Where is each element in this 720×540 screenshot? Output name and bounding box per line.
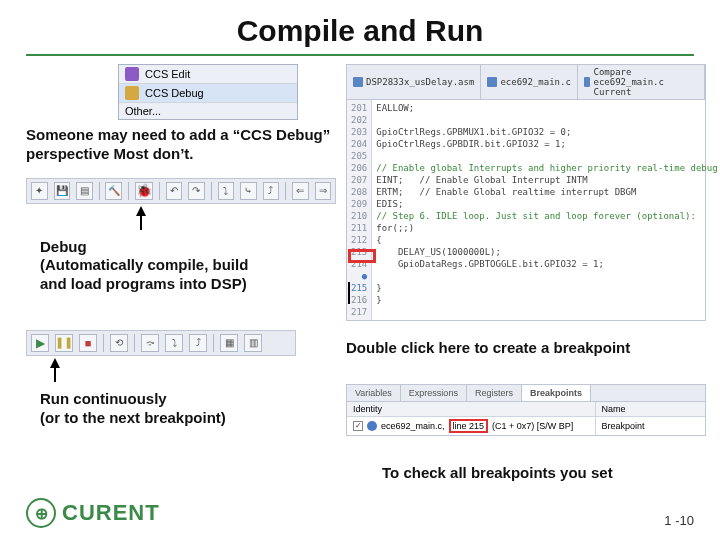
code-editor[interactable]: DSP2833x_usDelay.asm ece692_main.c Compa…: [346, 64, 706, 321]
perspective-label: Other...: [125, 105, 161, 117]
perspective-icon: [125, 86, 139, 100]
arrow-icon: [340, 282, 350, 304]
step-into-icon[interactable]: ⤵: [165, 334, 183, 352]
step-over-icon[interactable]: ⤼: [141, 334, 159, 352]
perspective-menu[interactable]: CCS Edit CCS Debug Other...: [118, 64, 298, 120]
forward-icon[interactable]: ⇒: [315, 182, 332, 200]
title-divider: [26, 54, 694, 56]
perspective-item-other[interactable]: Other...: [119, 103, 297, 119]
tab-label: ece692_main.c: [500, 77, 570, 87]
separator: [159, 182, 160, 200]
col-name: Name: [596, 402, 705, 416]
redo-icon[interactable]: ↷: [188, 182, 205, 200]
right-column: DSP2833x_usDelay.asm ece692_main.c Compa…: [346, 64, 706, 503]
step-out-icon[interactable]: ⤴: [263, 182, 280, 200]
tab-variables[interactable]: Variables: [347, 385, 401, 401]
config-icon[interactable]: ▦: [220, 334, 238, 352]
bp-line-highlight: line 215: [449, 419, 489, 433]
editor-tab[interactable]: ece692_main.c: [481, 65, 577, 99]
perspective-label: CCS Edit: [145, 68, 190, 80]
caption-debug: Debug (Automatically compile, build and …: [40, 238, 336, 294]
debug-icon[interactable]: 🐞: [135, 182, 153, 200]
back-icon[interactable]: ⇐: [292, 182, 309, 200]
tab-label: DSP2833x_usDelay.asm: [366, 77, 474, 87]
breakpoint-icon: [367, 421, 377, 431]
breakpoints-panel: Variables Expressions Registers Breakpoi…: [346, 384, 706, 436]
logo: ⊕ CURENT: [26, 498, 160, 528]
checkbox-icon[interactable]: ✓: [353, 421, 363, 431]
save-all-icon[interactable]: ▤: [76, 182, 93, 200]
pause-icon[interactable]: ❚❚: [55, 334, 73, 352]
logo-badge-icon: ⊕: [26, 498, 56, 528]
left-column: CCS Edit CCS Debug Other... Someone may …: [26, 64, 336, 503]
editor-tabs: DSP2833x_usDelay.asm ece692_main.c Compa…: [347, 65, 705, 100]
note-add-perspective: Someone may need to add a “CCS Debug” pe…: [26, 126, 336, 164]
step-return-icon[interactable]: ⤴: [189, 334, 207, 352]
separator: [99, 182, 100, 200]
page-number: 1 -10: [664, 513, 694, 528]
separator: [134, 334, 135, 352]
line-gutter[interactable]: 2012022032042052062072082092102112122132…: [347, 100, 372, 320]
tab-expressions[interactable]: Expressions: [401, 385, 467, 401]
stop-icon[interactable]: ■: [79, 334, 97, 352]
breakpoint-highlight: [348, 249, 376, 263]
separator: [103, 334, 104, 352]
separator: [128, 182, 129, 200]
perspective-item-edit[interactable]: CCS Edit: [119, 65, 297, 84]
caption-run: Run continuously (or to the next breakpo…: [40, 390, 336, 428]
main-toolbar: ✦ 💾 ▤ 🔨 🐞 ↶ ↷ ⤵ ⤷ ⤴ ⇐ ⇒: [26, 178, 336, 204]
file-icon: [584, 77, 591, 87]
undo-icon[interactable]: ↶: [166, 182, 183, 200]
separator: [285, 182, 286, 200]
tab-breakpoints[interactable]: Breakpoints: [522, 385, 591, 401]
debug-toolbar: ▶ ❚❚ ■ ⟲ ⤼ ⤵ ⤴ ▦ ▥: [26, 330, 296, 356]
step-into-icon[interactable]: ⤷: [240, 182, 257, 200]
file-icon: [487, 77, 497, 87]
separator: [213, 334, 214, 352]
config2-icon[interactable]: ▥: [244, 334, 262, 352]
editor-tab[interactable]: Compare ece692_main.c Current: [578, 65, 705, 99]
arrow-stem: [140, 216, 142, 230]
arrow-icon: [50, 358, 60, 368]
arrow-stem: [54, 368, 56, 382]
new-icon[interactable]: ✦: [31, 182, 48, 200]
run-icon[interactable]: ▶: [31, 334, 49, 352]
caption-breakpoint: Double click here to create a breakpoint: [346, 339, 706, 358]
arrow-icon: [136, 206, 146, 216]
file-icon: [353, 77, 363, 87]
step-icon[interactable]: ⤵: [218, 182, 235, 200]
col-identity: Identity: [347, 402, 596, 416]
caption-check-bp: To check all breakpoints you set: [382, 464, 706, 483]
breakpoint-row[interactable]: ✓ ece692_main.c, line 215 (C1 + 0x7) [S/…: [347, 417, 705, 435]
logo-text: CURENT: [62, 500, 160, 526]
restart-icon[interactable]: ⟲: [110, 334, 128, 352]
perspective-item-debug[interactable]: CCS Debug: [119, 84, 297, 103]
perspective-label: CCS Debug: [145, 87, 204, 99]
code-area[interactable]: EALLOW; GpioCtrlRegs.GPBMUX1.bit.GPIO32 …: [372, 100, 720, 320]
build-icon[interactable]: 🔨: [105, 182, 122, 200]
bp-file: ece692_main.c,: [381, 421, 445, 431]
perspective-icon: [125, 67, 139, 81]
bp-cond: (C1 + 0x7) [S/W BP]: [492, 421, 573, 431]
save-icon[interactable]: 💾: [54, 182, 71, 200]
tab-registers[interactable]: Registers: [467, 385, 522, 401]
panel-header: Identity Name: [347, 402, 705, 417]
bp-name: Breakpoint: [596, 419, 705, 433]
editor-tab[interactable]: DSP2833x_usDelay.asm: [347, 65, 481, 99]
panel-tabs: Variables Expressions Registers Breakpoi…: [347, 385, 705, 402]
tab-label: Compare ece692_main.c Current: [593, 67, 698, 97]
separator: [211, 182, 212, 200]
slide-title: Compile and Run: [26, 14, 694, 48]
